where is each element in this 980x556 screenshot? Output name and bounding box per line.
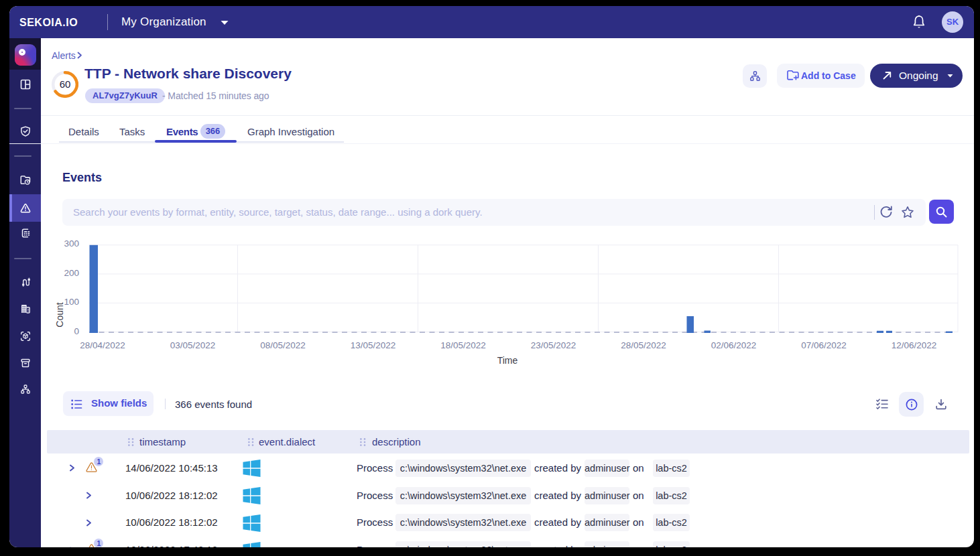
svg-text:60: 60 bbox=[60, 78, 71, 90]
